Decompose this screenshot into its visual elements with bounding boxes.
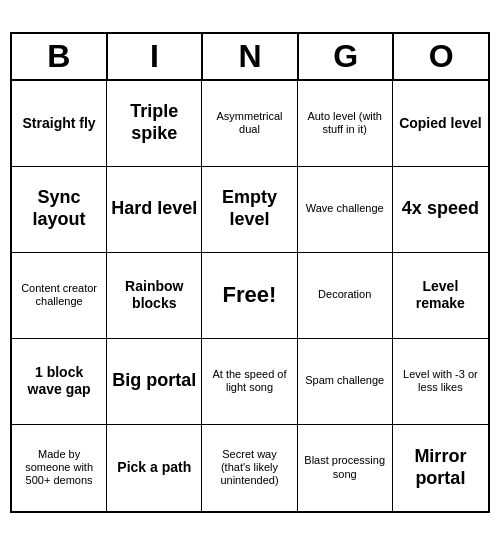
bingo-cell-6: Hard level: [107, 167, 202, 253]
bingo-cell-23: Blast processing song: [298, 425, 393, 511]
header-letter-n: N: [203, 34, 299, 79]
bingo-cell-10: Content creator challenge: [12, 253, 107, 339]
header-letter-g: G: [299, 34, 395, 79]
bingo-cell-20: Made by someone with 500+ demons: [12, 425, 107, 511]
bingo-cell-8: Wave challenge: [298, 167, 393, 253]
bingo-header: BINGO: [12, 34, 488, 81]
bingo-cell-19: Level with -3 or less likes: [393, 339, 488, 425]
bingo-cell-12: Free!: [202, 253, 297, 339]
bingo-cell-21: Pick a path: [107, 425, 202, 511]
bingo-cell-15: 1 block wave gap: [12, 339, 107, 425]
bingo-cell-11: Rainbow blocks: [107, 253, 202, 339]
bingo-cell-16: Big portal: [107, 339, 202, 425]
bingo-cell-9: 4x speed: [393, 167, 488, 253]
bingo-cell-17: At the speed of light song: [202, 339, 297, 425]
bingo-cell-4: Copied level: [393, 81, 488, 167]
bingo-cell-1: Triple spike: [107, 81, 202, 167]
bingo-grid: Straight flyTriple spikeAsymmetrical dua…: [12, 81, 488, 511]
bingo-cell-3: Auto level (with stuff in it): [298, 81, 393, 167]
header-letter-i: I: [108, 34, 204, 79]
header-letter-b: B: [12, 34, 108, 79]
bingo-cell-2: Asymmetrical dual: [202, 81, 297, 167]
bingo-cell-18: Spam challenge: [298, 339, 393, 425]
bingo-cell-7: Empty level: [202, 167, 297, 253]
bingo-cell-0: Straight fly: [12, 81, 107, 167]
bingo-cell-14: Level remake: [393, 253, 488, 339]
bingo-cell-13: Decoration: [298, 253, 393, 339]
bingo-cell-5: Sync layout: [12, 167, 107, 253]
header-letter-o: O: [394, 34, 488, 79]
bingo-card: BINGO Straight flyTriple spikeAsymmetric…: [10, 32, 490, 513]
bingo-cell-24: Mirror portal: [393, 425, 488, 511]
bingo-cell-22: Secret way (that's likely unintended): [202, 425, 297, 511]
